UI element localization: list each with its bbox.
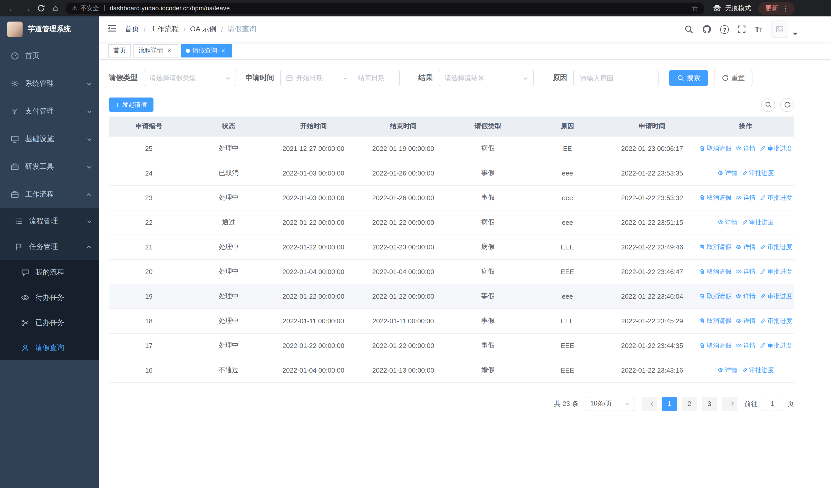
cancel-leave-link[interactable]: 取消请假 <box>699 144 732 153</box>
cancel-leave-link[interactable]: 取消请假 <box>699 267 732 276</box>
approval-progress-link[interactable]: 审批进度 <box>741 218 774 227</box>
approval-progress-link[interactable]: 审批进度 <box>760 144 792 153</box>
sidebar-item-process-mgmt[interactable]: 流程管理 <box>0 208 99 234</box>
cell-apply-no: 25 <box>109 136 189 161</box>
approval-progress-link[interactable]: 审批进度 <box>741 169 774 177</box>
viewport: 不安全 dashboard.yudao.iocoder.cn/bpm/oa/le… <box>0 0 831 504</box>
tab-home[interactable]: 首页 <box>108 44 131 57</box>
table-row: 19 处理中 2022-01-22 00:00:00 2022-01-22 00… <box>109 284 794 308</box>
avatar[interactable] <box>771 21 789 38</box>
detail-link[interactable]: 详情 <box>736 242 755 251</box>
detail-link[interactable]: 详情 <box>736 267 755 276</box>
next-page-button[interactable] <box>722 396 737 411</box>
caret-down-icon[interactable] <box>792 31 797 36</box>
page-size-select[interactable]: 10条/页 <box>586 396 634 411</box>
total-count: 共 23 条 <box>554 399 578 408</box>
cancel-leave-link[interactable]: 取消请假 <box>699 242 732 251</box>
security-label[interactable]: 不安全 <box>81 4 99 12</box>
cancel-leave-link[interactable]: 取消请假 <box>699 317 732 325</box>
bookmark-star-icon[interactable] <box>692 4 698 12</box>
goto-page-input[interactable] <box>761 396 784 411</box>
breadcrumb-home[interactable]: 首页 <box>125 25 139 34</box>
refresh-icon[interactable] <box>780 98 794 112</box>
detail-link[interactable]: 详情 <box>736 341 755 350</box>
sidebar-item-workflow[interactable]: 工作流程 <box>0 181 99 208</box>
approval-progress-link[interactable]: 审批进度 <box>741 366 774 375</box>
apply-time-range-picker[interactable]: 开始日期 - 结束日期 <box>280 70 400 86</box>
cancel-leave-link[interactable]: 取消请假 <box>699 292 732 300</box>
font-size-icon[interactable] <box>755 25 762 34</box>
address-bar[interactable]: 不安全 dashboard.yudao.iocoder.cn/bpm/oa/le… <box>66 2 704 14</box>
detail-link[interactable]: 详情 <box>736 317 755 325</box>
sidebar-item-infra[interactable]: 基础设施 <box>0 125 99 153</box>
detail-link[interactable]: 详情 <box>717 366 737 375</box>
cell-reason: EEE <box>528 259 607 284</box>
sidebar-item-todo-tasks[interactable]: 待办任务 <box>0 285 99 310</box>
back-icon[interactable] <box>5 1 20 16</box>
cancel-leave-link[interactable]: 取消请假 <box>699 341 732 350</box>
cell-leave-type: 事假 <box>448 284 528 308</box>
close-icon[interactable] <box>220 47 227 54</box>
tab-leave-query[interactable]: 请假查询 <box>181 44 232 57</box>
approval-progress-link[interactable]: 审批进度 <box>760 242 792 251</box>
create-leave-button[interactable]: 发起请假 <box>109 97 153 112</box>
cell-status: 不通过 <box>189 358 268 382</box>
cell-leave-type: 婚假 <box>448 358 528 382</box>
approval-progress-link[interactable]: 审批进度 <box>760 292 792 300</box>
sidebar-item-label: 基础设施 <box>25 135 54 144</box>
cell-end-time: 2022-01-26 00:00:00 <box>358 185 448 210</box>
cell-start-time: 2022-01-03 00:00:00 <box>268 161 358 185</box>
page-button-3[interactable]: 3 <box>701 396 717 411</box>
detail-link[interactable]: 详情 <box>717 218 737 227</box>
approval-progress-link[interactable]: 审批进度 <box>760 317 792 325</box>
fullscreen-icon[interactable] <box>738 25 746 33</box>
page-button-1[interactable]: 1 <box>662 396 677 411</box>
search-toggle-icon[interactable] <box>761 98 775 112</box>
forward-icon[interactable] <box>20 1 34 16</box>
sidebar-logo[interactable]: 芋道管理系统 <box>0 17 99 42</box>
help-icon[interactable] <box>720 25 729 34</box>
prev-page-button[interactable] <box>641 396 657 411</box>
incognito-icon <box>712 4 722 13</box>
tab-process-detail[interactable]: 流程详情 <box>134 44 178 57</box>
leave-type-select[interactable]: 请选择请假类型 <box>144 70 236 86</box>
approval-progress-link[interactable]: 审批进度 <box>760 193 792 202</box>
reason-input[interactable] <box>573 70 659 86</box>
collapse-sidebar-icon[interactable] <box>99 23 125 35</box>
github-icon[interactable] <box>703 25 712 34</box>
sidebar-item-done-tasks[interactable]: 已办任务 <box>0 310 99 335</box>
start-date-placeholder[interactable]: 开始日期 <box>296 73 342 83</box>
breadcrumb-workflow[interactable]: 工作流程 <box>150 25 179 34</box>
sidebar-item-system[interactable]: 系统管理 <box>0 70 99 97</box>
sidebar-item-label: 待办任务 <box>35 293 64 302</box>
sidebar-item-payment[interactable]: 支付管理 <box>0 97 99 125</box>
browser-menu-icon[interactable] <box>782 4 790 13</box>
sidebar-item-devtools[interactable]: 研发工具 <box>0 153 99 181</box>
result-select[interactable]: 请选择流结果 <box>439 70 534 86</box>
approval-progress-link[interactable]: 审批进度 <box>760 341 792 350</box>
cell-apply-no: 17 <box>109 333 189 358</box>
detail-link[interactable]: 详情 <box>717 169 737 177</box>
detail-link[interactable]: 详情 <box>736 144 755 153</box>
reset-button[interactable]: 重置 <box>714 70 752 86</box>
close-icon[interactable] <box>166 47 173 54</box>
reload-icon[interactable] <box>34 1 48 16</box>
sidebar-item-home[interactable]: 首页 <box>0 42 99 70</box>
cell-apply-time: 2022-01-22 23:43:16 <box>607 358 697 382</box>
approval-progress-link[interactable]: 审批进度 <box>760 267 792 276</box>
sidebar-item-task-mgmt[interactable]: 任务管理 <box>0 234 99 260</box>
detail-link[interactable]: 详情 <box>736 292 755 300</box>
page-button-2[interactable]: 2 <box>682 396 697 411</box>
home-icon[interactable] <box>48 1 63 16</box>
cancel-leave-link[interactable]: 取消请假 <box>699 193 732 202</box>
update-chip[interactable]: 更新 <box>758 2 795 14</box>
url-text[interactable]: dashboard.yudao.iocoder.cn/bpm/oa/leave <box>110 5 230 12</box>
breadcrumb-oa-example[interactable]: OA 示例 <box>190 25 217 34</box>
sidebar-item-my-process[interactable]: 我的流程 <box>0 260 99 285</box>
search-button[interactable]: 搜索 <box>669 70 708 86</box>
end-date-placeholder[interactable]: 结束日期 <box>348 73 394 83</box>
search-icon[interactable] <box>684 25 694 34</box>
detail-link[interactable]: 详情 <box>736 193 755 202</box>
breadcrumb-separator <box>144 25 145 33</box>
sidebar-item-leave-query[interactable]: 请假查询 <box>0 335 99 360</box>
